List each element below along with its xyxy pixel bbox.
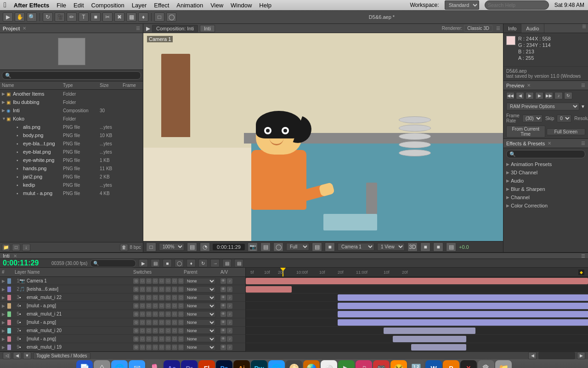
skip-select[interactable]: 0 (557, 115, 571, 122)
ram-arrow-icon[interactable]: ▼ (581, 104, 585, 109)
effect-group-item[interactable]: ▶Color Correction (503, 201, 588, 210)
tl-btn-7[interactable]: → (210, 259, 220, 267)
layer-switch-0[interactable]: ◎ (133, 345, 139, 350)
comp-tab-inti[interactable]: Inti (200, 25, 215, 32)
track-bar[interactable] (393, 336, 466, 342)
prev-loop[interactable]: ↻ (564, 92, 572, 99)
dock-iphoto[interactable]: 🌕 (286, 360, 302, 368)
project-item[interactable]: ▶▣Another ItemsFolder (0, 90, 143, 98)
layer-switch-5[interactable]: □ (165, 278, 171, 284)
layer-switch-3[interactable]: □ (153, 328, 158, 334)
full-screen-button[interactable]: Full Screen (547, 128, 586, 135)
project-item[interactable]: ▪kedipPNG file...ytes (0, 181, 143, 189)
prev-to-end[interactable]: ▶▶ (545, 92, 553, 99)
project-item[interactable]: ▼▣KokoFolder (0, 115, 143, 123)
layer-switch-5[interactable]: □ (165, 345, 171, 350)
project-item[interactable]: ▶◉IntiComposition30 (0, 106, 143, 115)
tl-btn-5[interactable]: ♦ (187, 259, 196, 267)
project-item[interactable]: ▶▣Ibu dubbingFolder (0, 98, 143, 106)
layer-switch-3[interactable]: □ (153, 311, 158, 317)
view-select[interactable]: 1 View (377, 243, 405, 251)
camera-select[interactable]: Camera 1 (338, 243, 374, 251)
effect-group-item[interactable]: ▶3D Channel (503, 168, 588, 177)
parent-select[interactable]: None (184, 303, 216, 309)
layer-switch-3[interactable]: □ (153, 278, 158, 284)
prev-back-frame[interactable]: ◀ (516, 92, 524, 99)
tool-select[interactable]: ▶ (3, 12, 13, 22)
layer-switch-2[interactable]: □ (146, 287, 152, 292)
parent-select[interactable]: None (184, 294, 216, 301)
layer-switch-6[interactable]: □ (172, 295, 177, 300)
tab-info[interactable]: Info (503, 24, 521, 33)
effect-expand-arrow[interactable]: ▶ (506, 170, 511, 175)
layer-switch-5[interactable]: □ (165, 320, 171, 325)
menu-composition[interactable]: Composition (91, 2, 124, 9)
layer-switch-4[interactable]: □ (159, 303, 164, 309)
audio-toggle[interactable]: ♪ (227, 287, 232, 292)
dock-ae[interactable]: Ae (164, 360, 180, 368)
layer-switch-6[interactable]: □ (172, 328, 177, 334)
parent-select[interactable]: None (184, 286, 216, 293)
audio-toggle[interactable]: ♪ (227, 303, 232, 309)
comp-header-menu[interactable]: ☰ (496, 26, 500, 31)
info-panel-menu[interactable]: ☰ (580, 24, 588, 33)
layer-switch-7[interactable]: □ (178, 295, 184, 300)
layer-switch-7[interactable]: □ (178, 336, 184, 342)
layer-expand[interactable]: ▶ (2, 337, 7, 341)
timeline-tab[interactable]: Inti (3, 253, 10, 259)
effect-expand-arrow[interactable]: ▶ (506, 203, 511, 208)
layer-switch-4[interactable]: □ (159, 311, 164, 317)
layer-switch-3[interactable]: □ (153, 287, 158, 292)
dock-safari[interactable]: 🌐 (111, 360, 128, 368)
track-bar[interactable] (384, 328, 475, 334)
layer-switch-1[interactable]: □ (140, 311, 145, 317)
prev-fwd-frame[interactable]: ▶ (535, 92, 543, 99)
quality-select[interactable]: Full (286, 243, 309, 251)
dock-finder[interactable]: 📄 (76, 360, 93, 368)
layer-switch-1[interactable]: □ (140, 320, 145, 325)
layer-switch-4[interactable]: □ (159, 320, 164, 325)
track-bar[interactable] (338, 294, 588, 301)
layer-row[interactable]: ▶3▪emak_mulut_i 22◎□□□□□□□None👁♪ (0, 293, 245, 302)
dock-mail[interactable]: ✉ (129, 360, 145, 368)
dock-fl[interactable]: Fl (198, 360, 215, 368)
layer-switch-0[interactable]: ◎ (133, 311, 139, 317)
layer-switch-7[interactable]: □ (178, 345, 184, 350)
comp-footer-snapshot[interactable]: 📷 (248, 242, 258, 252)
parent-select[interactable]: None (184, 311, 216, 317)
app-name[interactable]: After Effects (14, 2, 49, 9)
layer-switch-5[interactable]: □ (165, 336, 171, 342)
tl-btn-9[interactable]: ▤ (234, 259, 243, 267)
layer-switch-6[interactable]: □ (172, 311, 177, 317)
visibility-toggle[interactable]: 👁 (220, 303, 226, 309)
visibility-toggle[interactable]: 👁 (220, 311, 226, 317)
layer-switch-5[interactable]: □ (165, 287, 171, 292)
apple-menu[interactable]:  (4, 1, 6, 9)
project-item[interactable]: ▪alis.pngPNG file...ytes (0, 123, 143, 131)
dock-safari2[interactable]: 🌐 (268, 360, 285, 368)
layer-switch-1[interactable]: □ (140, 303, 145, 309)
comp-footer-toggle[interactable]: ▤ (187, 242, 197, 252)
tl-btn-4[interactable]: ◯ (175, 259, 184, 267)
comp-footer-motion[interactable]: ■ (420, 242, 430, 252)
dock-game[interactable]: 🎮 (373, 360, 390, 368)
layer-switch-6[interactable]: □ (172, 345, 177, 350)
menu-layer[interactable]: Layer (132, 2, 147, 9)
dock-ai[interactable]: Ai (233, 360, 250, 368)
toggle-switches-modes[interactable]: Toggle Switches / Modes (33, 352, 90, 359)
comp-footer-alpha[interactable]: ◔ (200, 242, 210, 252)
effects-search-input[interactable] (506, 150, 585, 158)
layer-switch-7[interactable]: □ (178, 278, 184, 284)
tool-clone[interactable]: ✖ (114, 12, 124, 22)
layer-expand[interactable]: ▶ (2, 287, 7, 292)
visibility-toggle[interactable]: 👁 (220, 345, 226, 350)
prev-play[interactable]: ▶ (526, 92, 534, 99)
effect-expand-arrow[interactable]: ▶ (506, 162, 511, 167)
dock-chrome[interactable]: ⚪ (321, 360, 337, 368)
prev-audio[interactable]: ♪ (554, 92, 563, 99)
delete-btn[interactable]: 🗑 (120, 244, 128, 251)
renderer-button[interactable]: Classic 3D (464, 25, 492, 32)
layer-switch-1[interactable]: □ (140, 328, 145, 334)
effect-group-item[interactable]: ▶Audio (503, 177, 588, 185)
tool-hand[interactable]: ✋ (15, 12, 25, 22)
